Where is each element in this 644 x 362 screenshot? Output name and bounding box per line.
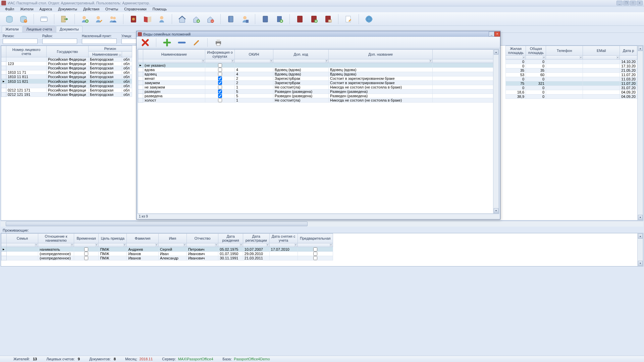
edit-icon[interactable] — [193, 39, 201, 47]
table-row[interactable]: не замужем1Не состоит(ла)Никогда не сост… — [138, 85, 499, 89]
col-1[interactable]: Семья — [6, 234, 38, 243]
table-row[interactable]: 536011.07.20 — [506, 73, 637, 77]
spouse-info-checkbox[interactable] — [218, 68, 222, 72]
table-row[interactable]: вдова4Вдовец (вдова)Вдовец (вдова) — [138, 68, 499, 72]
table-row[interactable]: 38,9004.09.20 — [506, 95, 637, 99]
dialog-minimize-button[interactable]: _ — [489, 32, 494, 37]
table-row[interactable]: ▸1810 11 821Российская ФедерациБелгородс… — [1, 79, 132, 84]
add-icon[interactable] — [163, 39, 171, 47]
preliminary-checkbox[interactable] — [313, 256, 317, 260]
house-icon[interactable] — [177, 14, 187, 24]
passport-red-icon[interactable] — [295, 14, 305, 24]
table-row[interactable]: 123Российская ФедерациБелгородскаяобл — [1, 62, 132, 66]
person-book-icon[interactable] — [240, 14, 250, 24]
table-row[interactable]: 0031.07.20 — [506, 86, 637, 90]
menu-actions[interactable]: Действия — [80, 6, 102, 12]
filter-region-input[interactable] — [3, 39, 38, 44]
table-row[interactable]: вдовец4Вдовец (вдова)Вдовец (вдова) — [138, 72, 499, 76]
delete-icon[interactable] — [141, 39, 149, 47]
spouse-info-checkbox[interactable] — [218, 94, 222, 98]
spouse-info-checkbox[interactable] — [218, 63, 222, 67]
spouse-info-checkbox[interactable] — [218, 76, 222, 80]
col-extra-code[interactable]: Доп. код — [273, 50, 329, 59]
card-icon[interactable] — [39, 14, 49, 24]
print-icon[interactable] — [214, 39, 222, 47]
remove-icon[interactable] — [178, 39, 186, 47]
filter-locality-input[interactable] — [82, 39, 117, 44]
table-row[interactable]: Российская ФедерациБелгородскаяобл — [1, 84, 132, 88]
person-new-icon[interactable] — [157, 14, 166, 24]
table-row[interactable]: разведена5Разведен (разведена)Разведен (… — [138, 94, 499, 98]
table-row[interactable]: разведен5Разведен (разведена)Разведен (р… — [138, 89, 499, 94]
close-button[interactable]: × — [637, 1, 643, 5]
restore-button[interactable]: ❐ — [623, 1, 629, 5]
col-okin[interactable]: ОКИН — [235, 50, 273, 59]
house-remove-icon[interactable] — [206, 14, 215, 24]
globe-icon[interactable] — [364, 14, 374, 24]
table-row[interactable]: Российская ФедерациБелгородскаяобл — [1, 66, 132, 70]
col-extra-name[interactable]: Доп. название — [329, 50, 433, 59]
main-hscroll[interactable] — [1, 221, 643, 227]
menu-residents[interactable]: Жители — [17, 6, 37, 12]
table-row[interactable]: замужем2ЗарегистрБракСостоит в зарегистр… — [138, 81, 499, 85]
doc-edit-icon[interactable] — [344, 14, 353, 24]
temporary-checkbox[interactable] — [84, 256, 88, 260]
menu-reports[interactable]: Отчеты — [102, 6, 121, 12]
spouse-info-checkbox[interactable] — [218, 72, 222, 76]
col-date[interactable]: Дата р — [620, 46, 637, 56]
book-add-icon[interactable] — [275, 14, 284, 24]
table-row[interactable]: холост1Не состоит(ла)Никогда не состоял … — [138, 98, 499, 103]
col-7[interactable]: Отчество — [186, 234, 218, 243]
col-state[interactable]: Государство — [47, 46, 89, 57]
col-5[interactable]: Фамилия — [127, 234, 158, 243]
db-icon[interactable] — [5, 14, 14, 24]
temporary-checkbox[interactable] — [84, 252, 88, 256]
col-2[interactable]: Отношение к нанимателю — [38, 234, 74, 243]
book-icon[interactable] — [226, 14, 235, 24]
col-account-number[interactable]: Номер лицевого счета — [6, 46, 47, 57]
table-row[interactable]: 0212 121 171Российская ФедерациБелгородс… — [1, 88, 132, 93]
spouse-info-checkbox[interactable] — [218, 85, 222, 89]
maximize-button[interactable]: □ — [630, 1, 636, 5]
table-row[interactable]: 353521.05.20 — [506, 68, 637, 73]
menu-help[interactable]: Помощь — [150, 6, 170, 12]
col-3[interactable]: Временная — [74, 234, 98, 243]
col-10[interactable]: Дата снятия с учета — [269, 234, 298, 243]
menu-dictionaries[interactable]: Справочники — [121, 6, 150, 12]
col-8[interactable]: Дата рождения — [218, 234, 243, 243]
passport-add-icon[interactable] — [309, 14, 319, 24]
dialog-vscroll[interactable]: ▴ ▾ — [493, 49, 499, 214]
main-vscroll[interactable]: ▴ ▾ — [637, 46, 643, 220]
menu-file[interactable]: Файл — [2, 6, 17, 12]
table-row[interactable]: ▸нанимательПМЖАндреевСергейПетрович05.02… — [1, 247, 333, 252]
filter-district-input[interactable] — [42, 39, 77, 44]
table-row[interactable]: (неопределенное)ПМЖИвановАлександрИванов… — [1, 256, 333, 260]
col-name[interactable]: Наименование — [143, 50, 205, 59]
menu-documents[interactable]: Документы — [55, 6, 80, 12]
spouse-info-checkbox[interactable] — [218, 89, 222, 94]
tab-documents[interactable]: Документы — [56, 26, 83, 33]
spouse-info-checkbox[interactable] — [218, 81, 222, 85]
table-row[interactable]: ▸(не указано) — [138, 63, 499, 68]
col-4[interactable]: Цель приезда — [99, 234, 127, 243]
col-region[interactable]: Регион — [89, 46, 132, 52]
dialog-titlebar[interactable]: Виды семейных положений _ × — [137, 31, 500, 37]
table-row[interactable]: 7532111.07.20 — [506, 81, 637, 86]
exit-icon[interactable] — [60, 14, 69, 24]
tab-residents[interactable]: Жители — [2, 26, 22, 33]
col-region-name[interactable]: Наименование▾ — [89, 52, 122, 57]
table-row[interactable]: 0212 121 191Российская ФедерациБелгородс… — [1, 93, 132, 97]
person-group-icon[interactable] — [108, 14, 118, 24]
table-row[interactable]: 1810 11 811Российская ФедерациБелгородск… — [1, 75, 132, 79]
book-blue-icon[interactable] — [261, 14, 270, 24]
preliminary-checkbox[interactable] — [313, 252, 317, 256]
tab-accounts[interactable]: Лицевые счета — [23, 26, 56, 33]
table-row[interactable]: женат2ЗарегистрБракСостоит в зарегистрир… — [138, 76, 499, 81]
house-add-icon[interactable] — [192, 14, 201, 24]
col-spouse-info[interactable]: Информация о супругах — [205, 50, 235, 59]
passport-icon[interactable] — [129, 14, 138, 24]
residents-vscroll[interactable]: ▴ ▾ — [637, 233, 643, 266]
col-11[interactable]: Предварительная — [298, 234, 333, 243]
col-0[interactable] — [1, 234, 7, 243]
table-row[interactable]: 0014.10.20 — [506, 60, 637, 64]
